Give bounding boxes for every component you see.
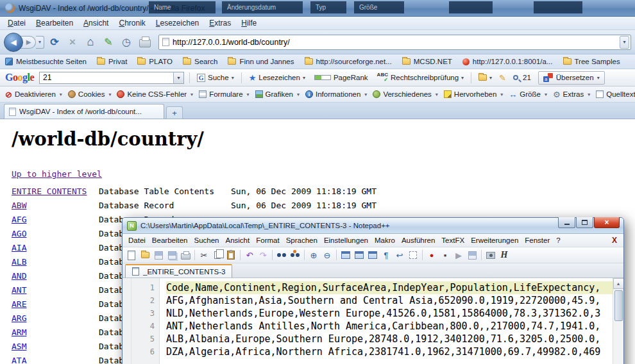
entry-link[interactable]: ARG	[12, 313, 26, 323]
scroll-thumb[interactable]	[614, 290, 623, 321]
npp-menu-textfx[interactable]: TextFX	[438, 235, 468, 245]
bookmark-mcsd-net[interactable]: MCSD.NET	[402, 58, 452, 65]
indent-guide-icon[interactable]	[407, 249, 419, 261]
webdev-quelltext[interactable]: Quelltext	[593, 89, 635, 99]
webdev-groesse[interactable]: ↔ Größe	[506, 89, 550, 100]
entry-link[interactable]: ALB	[12, 257, 26, 267]
scroll-up-button[interactable]: ▲	[613, 278, 624, 289]
google-bookmarks-button[interactable]: ★ Lesezeichen ▾	[247, 72, 307, 84]
code-line[interactable]: AFG,Afghanistan,Asia,Southern and Centra…	[166, 294, 613, 307]
sync-scroll-v-icon[interactable]	[353, 249, 365, 261]
home-button[interactable]: ⌂	[83, 34, 98, 51]
paste-icon[interactable]	[225, 249, 237, 261]
maximize-button[interactable]	[576, 217, 593, 228]
stop-button[interactable]: ×	[65, 34, 80, 51]
entry-link[interactable]: ASM	[12, 342, 26, 351]
npp-menu-makro[interactable]: Makro	[371, 235, 398, 245]
url-text[interactable]: http://127.0.0.1/world-db/country/	[173, 38, 616, 47]
entry-link[interactable]: ANT	[12, 285, 26, 295]
npp-menu-einstellungen[interactable]: Einstellungen	[321, 235, 371, 245]
npp-menu-ansicht[interactable]: Ansicht	[223, 235, 253, 245]
entry-link[interactable]: ARE	[12, 299, 26, 309]
zoom-out-icon[interactable]: ⊖	[321, 249, 333, 261]
menu-chronik[interactable]: Chronik	[114, 17, 150, 29]
recent-pages-dropdown[interactable]: ▾	[36, 36, 44, 49]
webdev-verschiedenes[interactable]: Verschiedenes	[370, 89, 440, 99]
vertical-scrollbar[interactable]: ▲	[613, 278, 623, 364]
print-icon[interactable]	[180, 249, 191, 261]
webdev-formulare[interactable]: Formulare	[196, 89, 251, 99]
tab-wsgidav[interactable]: WsgiDAV - Index of /world-db/count...	[4, 104, 164, 119]
history-clock-button[interactable]: ◷	[119, 34, 134, 51]
search-history-dropdown[interactable]: ▾	[173, 72, 183, 83]
url-dropdown-button[interactable]: ▾	[620, 36, 629, 49]
npp-menu-bearbeiten[interactable]: Bearbeiten	[149, 235, 191, 245]
result-count-indicator[interactable]: 21	[511, 72, 533, 83]
document-tab[interactable]: _ENTIRE_CONTENTS-3	[125, 264, 232, 277]
google-search-button[interactable]: G Suche ▾	[195, 72, 236, 83]
text-content[interactable]: Code,Name,Continent,Region,SurfaceArea,I…	[160, 278, 613, 364]
bookmark-privat[interactable]: Privat	[97, 58, 127, 65]
webdev-hervorheben[interactable]: Hervorheben	[441, 89, 506, 99]
code-line[interactable]: DZA,Algeria,Africa,Northern Africa,23817…	[166, 345, 613, 358]
highlighter-button[interactable]: ✎	[499, 73, 506, 83]
play-macro-icon[interactable]: ▶	[453, 249, 464, 261]
webdev-deaktivieren[interactable]: ⊘ Deaktivieren	[3, 89, 65, 100]
npp-menu-suchen[interactable]: Suchen	[190, 235, 222, 245]
save-all-icon[interactable]	[166, 249, 178, 261]
code-line[interactable]: Code,Name,Continent,Region,SurfaceArea,I…	[166, 281, 613, 294]
entry-link[interactable]: AFG	[12, 215, 26, 224]
code-line[interactable]: ALB,Albania,Europe,Southern Europe,28748…	[166, 333, 613, 345]
code-line[interactable]: NLD,Netherlands,Europe,Western Europe,41…	[166, 307, 613, 320]
send-to-button[interactable]: ▾	[477, 73, 494, 82]
entry-link[interactable]: AIA	[12, 243, 26, 252]
menu-bearbeiten[interactable]: Bearbeiten	[31, 17, 78, 29]
entry-link[interactable]: ABW	[12, 201, 26, 210]
npp-menu-sprachen[interactable]: Sprachen	[283, 235, 321, 245]
npp-menu-erweiterungen[interactable]: Erweiterungen	[468, 235, 521, 245]
bookmark-sourceforge[interactable]: http://sourceforge.net...	[305, 58, 392, 65]
find-icon[interactable]	[276, 249, 287, 261]
bookmark-search[interactable]: Search	[183, 58, 217, 65]
editor-area[interactable]: 1 2 3 4 5 6 Code,Name,Continent,Region,S…	[123, 278, 623, 364]
html-icon[interactable]: H	[498, 249, 510, 261]
word-wrap-icon[interactable]: ↩	[394, 249, 405, 261]
bookmark-most-visited[interactable]: Meistbesuchte Seiten	[5, 58, 87, 65]
webdev-extras[interactable]: ⚙ Extras	[550, 89, 593, 100]
menu-extras[interactable]: Extras	[204, 17, 236, 29]
print-button[interactable]	[137, 34, 153, 51]
entry-link[interactable]: AND	[12, 271, 26, 281]
bookmark-plato[interactable]: PLATO	[137, 58, 173, 65]
entry-link[interactable]: ENTIRE CONTENTS	[12, 186, 87, 196]
translate-button[interactable]: Übersetzen ▾	[538, 71, 605, 85]
cut-icon[interactable]: ✂	[198, 249, 210, 261]
redo-icon[interactable]: ↷	[257, 249, 269, 261]
entry-link[interactable]: ATA	[12, 356, 26, 364]
npp-menu-ausfuehren[interactable]: Ausführen	[398, 235, 438, 245]
webdev-cookies[interactable]: Cookies	[65, 89, 114, 99]
npp-menu-help[interactable]: ?	[553, 235, 563, 245]
notepadpp-titlebar[interactable]: N C:\Users\Martin\AppData\Local\Temp\_EN…	[123, 218, 623, 234]
bookmark-localhost-8001[interactable]: http://127.0.0.1:8001/a...	[462, 58, 553, 65]
google-search-input[interactable]: 21 ▾	[39, 72, 184, 84]
save-macro-icon[interactable]	[466, 249, 478, 261]
code-line[interactable]: ANT,Netherlands Antilles,North America,C…	[166, 320, 613, 333]
close-document-button[interactable]: X	[612, 236, 617, 245]
new-tab-button[interactable]: +	[166, 106, 183, 119]
back-button[interactable]: ◀	[4, 33, 23, 52]
sync-view-icon[interactable]	[340, 249, 351, 261]
npp-menu-format[interactable]: Format	[253, 235, 282, 245]
close-button[interactable]: ×	[594, 217, 620, 228]
open-folder-icon[interactable]	[139, 249, 151, 261]
minimize-button[interactable]	[558, 217, 575, 228]
webdev-informationen[interactable]: i Informationen	[303, 89, 369, 99]
address-bar[interactable]: http://127.0.0.1/world-db/country/ ▾	[158, 35, 631, 50]
menu-lesezeichen[interactable]: Lesezeichen	[151, 17, 204, 29]
npp-menu-fenster[interactable]: Fenster	[521, 235, 553, 245]
entry-link[interactable]: ARM	[12, 327, 26, 337]
bookmark-tree-samples[interactable]: Tree Samples	[563, 58, 620, 65]
spellcheck-button[interactable]: ABC Rechtschreibprüfung ▾	[375, 71, 466, 84]
reload-button[interactable]: ⟳	[47, 34, 62, 51]
copy-icon[interactable]	[212, 249, 223, 261]
up-to-higher-level-link[interactable]: Up to higher level	[12, 169, 102, 179]
